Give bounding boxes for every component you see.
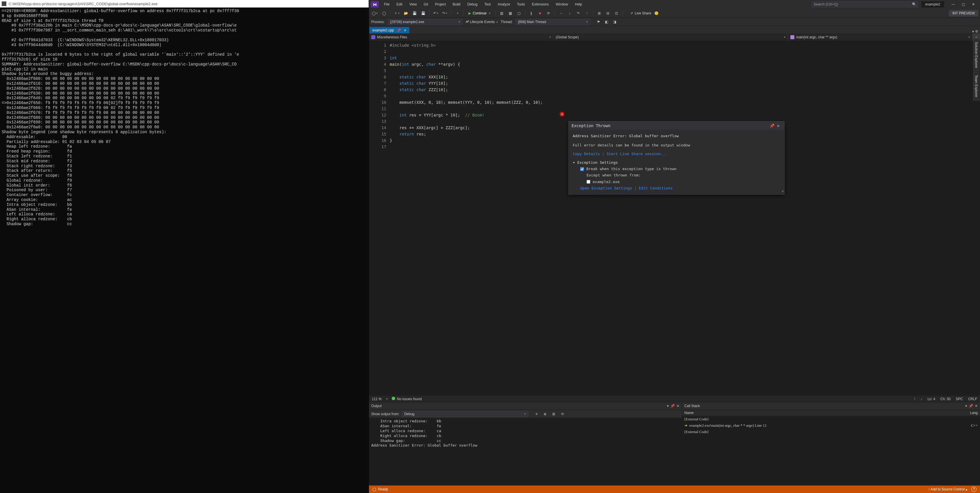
nav-project-dropdown[interactable]: Miscellaneous Files▾ [369,33,554,41]
nav-member-dropdown[interactable]: main(int argc, char ** argv)▾ [788,33,972,41]
output-btn-c[interactable]: ⊞ [550,410,557,417]
callstack-body[interactable]: [External Code]➔example2.exe!main(int ar… [682,416,980,485]
menu-view[interactable]: View [406,1,420,8]
output-btn-a[interactable]: ≡ [533,410,540,417]
indent-mode[interactable]: SPC [956,397,963,401]
menu-extensions[interactable]: Extensions [529,1,552,8]
nav-scope-dropdown[interactable]: (Global Scope)▾ [554,33,788,41]
minimize-button[interactable]: — [948,1,958,8]
redo-button[interactable]: ↷▾ [441,10,448,17]
show-next-statement-button[interactable]: → [557,10,564,17]
menu-file[interactable]: File [381,1,392,8]
file-tab-example2[interactable]: example2.cpp 📌 ✕ [369,27,409,33]
process-dropdown[interactable]: [29708] example2.exe▾ [388,19,463,25]
menu-tools[interactable]: Tools [514,1,528,8]
open-button[interactable]: 📂 [402,10,409,17]
menu-test[interactable]: Test [482,1,494,8]
step-out-button[interactable]: ↑ [583,10,590,17]
menu-build[interactable]: Build [450,1,463,8]
toolbar-btn-f[interactable]: ⊡ [613,10,620,17]
step-over-button[interactable]: ↷ [575,10,582,17]
save-all-button[interactable]: 💾 [420,10,426,17]
search-input[interactable]: Search (Ctrl+Q) 🔍 [812,1,918,8]
thread-dropdown[interactable]: [888] Main Thread▾ [515,19,590,25]
close-button[interactable]: ✕ [969,1,978,8]
error-glyph-icon[interactable]: ✕ [560,112,564,116]
menu-help[interactable]: Help [572,1,585,8]
output-btn-b[interactable]: ≣ [542,410,549,417]
save-button[interactable]: 💾 [411,10,418,17]
pause-button[interactable]: ‖ [528,10,535,17]
restart-button[interactable]: ⟳ [545,10,552,17]
open-exception-settings-link[interactable]: Open Exception Settings [580,186,632,190]
console-titlebar[interactable]: C:\MSDN\cpp-docs-pr\docs\c-language\ASAN… [0,0,369,8]
pin-icon[interactable]: 📌 [769,122,775,129]
toolbar-btn-b[interactable]: ▦ [507,10,514,17]
menu-edit[interactable]: Edit [393,1,405,8]
toolbar-btn-d[interactable]: ⊞ [596,10,603,17]
console-body[interactable]: ==29708==ERROR: AddressSanitizer: global… [0,8,369,493]
toolbar-btn-e[interactable]: ⊟ [605,10,611,17]
undo-button[interactable]: ↶▾ [432,10,439,17]
panel-pin-button[interactable]: 📌 [969,404,973,408]
output-source-dropdown[interactable]: Debug▾ [401,411,528,417]
except-from-checkbox[interactable]: example2.exe [573,179,780,185]
side-tab-solution-explorer[interactable]: Solution Explorer [973,39,979,71]
toolbar-btn-c[interactable]: ▢ [515,10,522,17]
code-area[interactable]: #include <string.h> int main(int argc, c… [390,41,980,396]
output-body[interactable]: Intra object redzone: bb ASan internal: … [369,418,682,485]
menu-git[interactable]: Git [421,1,431,8]
exception-settings-header[interactable]: ▾ Exception Settings [573,159,780,166]
exception-popup-header[interactable]: Exception Thrown 📌 ✕ [569,121,784,130]
vs-logo-icon[interactable]: ⋈ [371,1,379,8]
stack-frame-button[interactable]: ◧ [603,19,610,25]
start-liveshare-link[interactable]: Start Live Share session... [606,152,667,156]
panel-close-button[interactable]: ✕ [676,404,679,408]
preview-badge[interactable]: INT PREVIEW [949,10,978,16]
panel-dropdown-button[interactable]: ▾ [667,404,669,408]
notifications-button[interactable]: ? [971,487,977,492]
menu-analyze[interactable]: Analyze [495,1,513,8]
panel-dropdown-button[interactable]: ▾ [965,404,967,408]
code-editor[interactable]: 1234567891011121314151617 #include <stri… [369,41,980,396]
break-checkbox[interactable]: Break when this exception type is thrown [573,166,780,172]
nav-fwd-button[interactable]: ◯ [380,10,387,17]
close-icon[interactable]: ✕ [775,122,781,129]
nav-back-button[interactable]: ◯▾ [371,10,379,17]
callstack-row[interactable]: [External Code] [682,429,980,435]
solution-tab[interactable]: example2 [921,1,944,8]
continue-button[interactable]: ▶Continue▾ [466,11,493,15]
menu-window[interactable]: Window [553,1,571,8]
callstack-row[interactable]: ➔example2.exe!main(int argc, char * * ar… [682,422,980,429]
add-source-control-button[interactable]: ↑ Add to Source Control ▴ [928,487,967,491]
menu-debug[interactable]: Debug [465,1,480,8]
maximize-button[interactable]: ▢ [958,1,968,8]
panel-pin-button[interactable]: 📌 [670,404,675,408]
lifecycle-events-button[interactable]: 🗲 Lifecycle Events ▾ [466,20,498,24]
stack-frame-2-button[interactable]: ◨ [611,19,618,25]
callstack-column-header[interactable]: Name Lang [682,410,980,416]
menu-project[interactable]: Project [432,1,449,8]
config-dropdown[interactable]: ▾ [454,10,461,17]
flag-button[interactable]: ⚑ [595,19,602,25]
feedback-button[interactable]: 🙂 [653,10,660,17]
zoom-level[interactable]: 111 % [372,397,382,401]
resize-grip-icon[interactable]: ◢ [781,188,783,194]
tab-options-button[interactable]: ⚙ [975,29,978,33]
issues-label[interactable]: No issues found [397,397,422,401]
callstack-row[interactable]: [External Code] [682,416,980,422]
step-into-button[interactable]: ↓ [566,10,573,17]
stop-button[interactable]: ■ [536,10,543,17]
pin-icon[interactable]: 📌 [397,29,401,32]
copy-details-link[interactable]: Copy Details [573,152,600,156]
eol-mode[interactable]: CRLF [968,397,977,401]
live-share-button[interactable]: ↗ Live Share [630,11,651,15]
new-item-button[interactable]: ＋▾ [393,10,401,17]
side-tab-team-explorer[interactable]: Team Explorer [973,72,979,100]
output-btn-d[interactable]: ⟲ [559,410,566,417]
toolbar-btn-a[interactable]: ▥ [498,10,505,17]
tab-dropdown-button[interactable]: ▾ [972,29,974,33]
close-tab-icon[interactable]: ✕ [404,29,406,32]
edit-conditions-link[interactable]: Edit Conditions [639,186,673,190]
panel-close-button[interactable]: ✕ [975,404,978,408]
